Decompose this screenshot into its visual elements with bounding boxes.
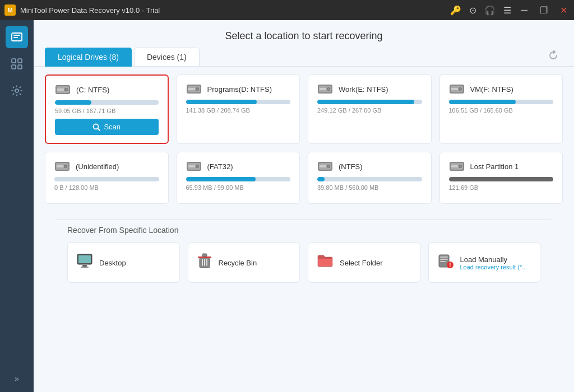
svg-text:!: ! [449, 262, 451, 268]
sidebar-item-settings[interactable] [6, 80, 28, 102]
svg-point-9 [15, 89, 18, 92]
folder-icon [317, 254, 333, 271]
specific-section-wrapper: Recover From Specific Location D [34, 212, 574, 283]
drive-card-c[interactable]: (C: NTFS) 59.05 GB / 167.71 GB Scan [45, 74, 169, 144]
progress-bg-lost [449, 177, 554, 181]
menu-icon[interactable]: ☰ [503, 5, 511, 16]
specific-section-title: Recover From Specific Location [67, 226, 540, 235]
svg-rect-8 [18, 65, 22, 69]
folder-label: Select Folder [340, 259, 383, 267]
svg-rect-55 [81, 267, 89, 268]
drive-size-d: 141.38 GB / 208.74 GB [186, 107, 291, 114]
svg-point-20 [196, 88, 198, 90]
svg-rect-46 [320, 165, 326, 167]
drive-header-ntfs: (NTFS) [317, 160, 422, 172]
svg-text:M: M [7, 7, 12, 13]
drive-header-c: (C: NTFS) [55, 83, 159, 96]
app-body: » Select a location to start recovering … [0, 20, 574, 392]
sidebar-bottom: » [11, 371, 22, 386]
svg-rect-65 [440, 261, 446, 262]
svg-point-13 [66, 89, 67, 91]
tab-logical-drives[interactable]: Logical Drives (8) [45, 48, 132, 67]
headphone-icon[interactable]: 🎧 [484, 5, 496, 16]
svg-rect-3 [13, 35, 20, 36]
desktop-label: Desktop [99, 259, 126, 267]
minimize-button[interactable]: ─ [519, 5, 530, 15]
drive-icon-ntfs [317, 160, 333, 172]
drive-size-f: 106.51 GB / 165.60 GB [449, 107, 554, 114]
app-title: MiniTool Power Data Recovery v10.0 - Tri… [20, 6, 160, 15]
svg-rect-4 [13, 37, 18, 38]
svg-rect-6 [18, 59, 22, 63]
svg-rect-36 [57, 165, 63, 167]
drive-card-ntfs[interactable]: (NTFS) 39.80 MB / 560.00 MB [308, 152, 432, 204]
svg-rect-7 [12, 65, 16, 69]
specific-grid: Desktop [67, 242, 540, 283]
svg-rect-41 [188, 165, 195, 167]
titlebar-controls: 🔑 ⊙ 🎧 ☰ ─ ❐ ✕ [450, 5, 570, 16]
drive-size-c: 59.05 GB / 167.71 GB [55, 108, 159, 114]
drive-icon-d [186, 83, 202, 95]
restore-button[interactable]: ❐ [538, 5, 550, 16]
recycle-label: Recycle Bin [219, 259, 257, 267]
svg-rect-54 [82, 265, 87, 267]
progress-fill-fat32 [186, 177, 256, 181]
drive-icon-unidentified [54, 160, 70, 172]
key-icon[interactable]: 🔑 [450, 5, 461, 16]
svg-rect-63 [440, 256, 448, 258]
svg-rect-51 [451, 165, 458, 167]
progress-fill-d [186, 100, 257, 104]
drive-size-ntfs: 39.80 MB / 560.00 MB [317, 184, 422, 191]
drive-card-fat32[interactable]: (FAT32) 65.93 MB / 99.00 MB [177, 152, 300, 204]
progress-bg-unidentified [54, 177, 159, 181]
svg-rect-26 [320, 88, 326, 90]
drive-name-fat32: (FAT32) [207, 162, 233, 171]
progress-bg-c [55, 100, 159, 105]
close-button[interactable]: ✕ [558, 5, 570, 16]
drive-card-f[interactable]: VM(F: NTFS) 106.51 GB / 165.60 GB [439, 74, 563, 144]
load-icon: ! [438, 254, 453, 272]
svg-point-25 [328, 88, 330, 90]
drive-icon-lost [449, 160, 465, 172]
page-header: Select a location to start recovering [34, 20, 574, 48]
drive-header-f: VM(F: NTFS) [449, 83, 554, 95]
drive-card-d[interactable]: Programs(D: NTFS) 141.38 GB / 208.74 GB [177, 74, 300, 144]
specific-card-recycle[interactable]: Recycle Bin [188, 242, 300, 283]
svg-point-30 [459, 88, 461, 90]
progress-bg-d [186, 100, 291, 104]
drives-grid: (C: NTFS) 59.05 GB / 167.71 GB Scan [34, 74, 574, 212]
sidebar-more-button[interactable]: » [11, 371, 22, 386]
svg-point-45 [328, 166, 330, 167]
svg-rect-14 [57, 88, 64, 91]
svg-rect-5 [12, 59, 16, 63]
specific-section: Recover From Specific Location D [56, 220, 552, 283]
drive-card-unidentified[interactable]: (Unidentified) 0 B / 128.00 MB [45, 152, 169, 204]
svg-rect-31 [451, 88, 458, 90]
sidebar-item-recovery[interactable] [6, 26, 28, 48]
progress-bg-e [317, 100, 422, 104]
scan-button-c[interactable]: Scan [55, 119, 159, 135]
tab-devices[interactable]: Devices (1) [134, 48, 200, 67]
svg-point-50 [459, 166, 461, 167]
svg-point-35 [65, 166, 67, 167]
specific-card-load[interactable]: ! Load Manually Load recovery result (*.… [428, 242, 541, 283]
load-sublabel: Load recovery result (*... [460, 264, 527, 270]
drive-header-d: Programs(D: NTFS) [186, 83, 291, 95]
drive-card-e[interactable]: Work(E: NTFS) 249.12 GB / 267.00 GB [308, 74, 432, 144]
drive-card-lost[interactable]: Lost Partition 1 121.69 GB [439, 152, 563, 204]
drive-header-fat32: (FAT32) [186, 160, 291, 172]
progress-fill-e [317, 100, 414, 104]
load-label: Load Manually [460, 255, 527, 264]
drive-header-lost: Lost Partition 1 [449, 160, 554, 172]
drive-icon-e [317, 83, 333, 95]
load-text-container: Load Manually Load recovery result (*... [460, 255, 527, 270]
drive-name-d: Programs(D: NTFS) [207, 85, 272, 94]
progress-bg-fat32 [186, 177, 291, 181]
svg-rect-21 [188, 88, 195, 90]
specific-card-desktop[interactable]: Desktop [67, 242, 180, 283]
sidebar-item-dashboard[interactable] [6, 53, 28, 75]
refresh-button[interactable] [544, 48, 563, 66]
progress-bg-ntfs [317, 177, 422, 181]
specific-card-folder[interactable]: Select Folder [308, 242, 420, 283]
circle-icon[interactable]: ⊙ [469, 5, 476, 16]
